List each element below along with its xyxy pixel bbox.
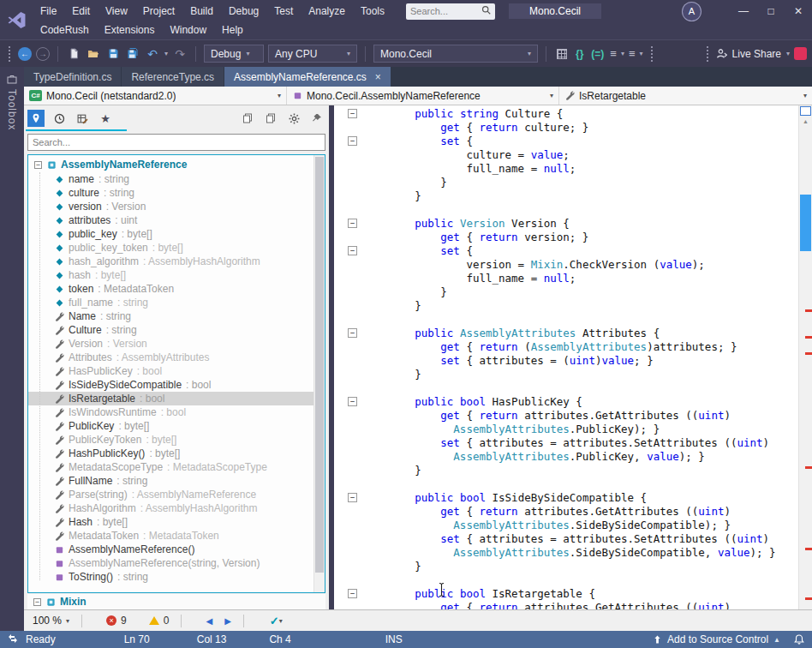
code-line[interactable]: set { attributes = attributes.SetAttribu…: [334, 532, 798, 546]
fold-collapse-icon[interactable]: −: [348, 397, 357, 406]
code-line[interactable]: set { attributes = attributes.SetAttribu…: [334, 436, 798, 450]
project-dropdown[interactable]: C# Mono.Cecil (netstandard2.0) ▾: [24, 87, 287, 105]
code-health-check-icon[interactable]: ✓: [270, 615, 279, 627]
search-input[interactable]: [410, 6, 481, 16]
member-IsSideBySideCompatible[interactable]: IsSideBySideCompatible : bool: [28, 378, 313, 392]
member-public_key[interactable]: public_key : byte[]: [28, 227, 313, 241]
minimize-button[interactable]: —: [730, 2, 757, 21]
fold-collapse-icon[interactable]: −: [348, 136, 357, 146]
panel-scrollbar-thumb[interactable]: [315, 157, 324, 573]
scrollbar-thumb[interactable]: [800, 195, 811, 251]
code-line[interactable]: }: [334, 189, 798, 203]
menu-extensions[interactable]: Extensions: [97, 24, 163, 36]
menu-view[interactable]: View: [98, 5, 135, 17]
copy-alt-button[interactable]: [262, 110, 279, 127]
menu-help[interactable]: Help: [214, 24, 251, 36]
member-search-input[interactable]: [33, 137, 320, 147]
code-line[interactable]: −public AssemblyAttributes Attributes {: [334, 327, 798, 340]
next-issue-button[interactable]: ▶: [224, 616, 231, 626]
chevron-down-icon[interactable]: ▾: [164, 50, 168, 57]
redo-icon[interactable]: ↷: [172, 46, 188, 62]
navigate-back-icon[interactable]: ←: [18, 47, 32, 61]
member-Name[interactable]: Name : string: [28, 309, 313, 323]
member-token[interactable]: token : MetadataToken: [28, 282, 313, 296]
code-line[interactable]: [334, 381, 798, 395]
member-name[interactable]: name : string: [28, 172, 313, 186]
code-line[interactable]: }: [334, 464, 798, 477]
scroll-up-icon[interactable]: ▲: [799, 117, 812, 127]
member-MetadataScopeType[interactable]: MetadataScopeType : MetadataScopeType: [28, 460, 313, 474]
code-line[interactable]: −public bool HasPublicKey {: [334, 395, 798, 409]
code-line[interactable]: [334, 477, 798, 491]
avatar[interactable]: A: [683, 3, 701, 21]
code-line[interactable]: get { return attributes.GetAttributes ((…: [334, 409, 798, 423]
collapse-icon[interactable]: −: [33, 598, 41, 606]
code-line[interactable]: −public bool IsSideBySideCompatible {: [334, 491, 798, 505]
member-version[interactable]: version : Version: [28, 200, 313, 213]
code-line[interactable]: −public Version Version {: [334, 217, 798, 231]
member-attributes[interactable]: attributes : uint: [28, 213, 313, 227]
scrollbar-split-box[interactable]: [800, 106, 811, 116]
menu-window[interactable]: Window: [162, 24, 214, 36]
toolbox-tab[interactable]: Toolbox: [0, 67, 24, 631]
menu-edit[interactable]: Edit: [64, 5, 98, 17]
tab-ReferenceType.cs[interactable]: ReferenceType.cs: [122, 67, 224, 87]
chevron-down-icon[interactable]: ▾: [279, 617, 283, 625]
chevron-down-icon[interactable]: ▾: [621, 50, 624, 57]
code-line[interactable]: [334, 313, 798, 327]
code-line[interactable]: AssemblyAttributes.PublicKey, value); }: [334, 450, 798, 464]
member-PublicKeyToken[interactable]: PublicKeyToken : byte[]: [28, 433, 313, 447]
menu-analyze[interactable]: Analyze: [301, 5, 353, 17]
menu-file[interactable]: File: [33, 5, 64, 17]
fold-collapse-icon[interactable]: −: [348, 219, 357, 228]
notifications-bell-icon[interactable]: [794, 634, 804, 645]
devexpress-icon[interactable]: [794, 47, 807, 60]
save-all-icon[interactable]: [125, 46, 140, 62]
code-line[interactable]: −set {: [334, 135, 798, 148]
code-line[interactable]: get { return (AssemblyAttributes)attribu…: [334, 340, 798, 354]
previous-issue-button[interactable]: ◀: [206, 616, 212, 626]
code-line[interactable]: get { return culture; }: [334, 121, 798, 135]
member-hash[interactable]: hash : byte[]: [28, 268, 313, 282]
tab-close-icon[interactable]: ×: [375, 71, 381, 83]
fold-collapse-icon[interactable]: −: [348, 589, 357, 598]
close-button[interactable]: ✕: [785, 2, 812, 21]
code-line[interactable]: }: [334, 176, 798, 189]
navigate-forward-icon[interactable]: →: [36, 47, 50, 61]
code-line[interactable]: culture = value;: [334, 148, 798, 162]
code-line[interactable]: −public bool IsRetargetable {: [334, 587, 798, 601]
fold-collapse-icon[interactable]: −: [348, 246, 357, 255]
collapse-icon[interactable]: −: [34, 161, 42, 169]
undo-icon[interactable]: ↶: [145, 46, 160, 62]
grid-options-icon[interactable]: [554, 46, 570, 62]
background-tasks-icon[interactable]: [8, 633, 18, 646]
copy-button[interactable]: [239, 110, 256, 127]
code-line[interactable]: AssemblyAttributes.PublicKey); }: [334, 423, 798, 436]
member-FullName[interactable]: FullName : string: [28, 474, 313, 488]
fold-collapse-icon[interactable]: −: [348, 109, 357, 118]
history-clock-button[interactable]: [51, 110, 68, 127]
search-icon[interactable]: [481, 5, 491, 17]
menu-tools[interactable]: Tools: [353, 5, 392, 17]
class-node[interactable]: − AssemblyNameReference: [28, 157, 313, 172]
member-hash_algorithm[interactable]: hash_algorithm : AssemblyHashAlgorithm: [28, 255, 313, 268]
title-search-box[interactable]: [406, 3, 495, 20]
member-HashPublicKey()[interactable]: HashPublicKey() : byte[]: [28, 447, 313, 460]
member-dropdown[interactable]: IsRetargetable ▾: [559, 87, 812, 105]
code-editor[interactable]: −public string Culture {get { return cul…: [334, 105, 812, 609]
member-HashAlgorithm[interactable]: HashAlgorithm : AssemblyHashAlgorithm: [28, 501, 313, 515]
fold-collapse-icon[interactable]: −: [348, 328, 357, 338]
status-line[interactable]: Ln 70: [124, 633, 150, 645]
status-character[interactable]: Ch 4: [269, 633, 290, 645]
code-line[interactable]: }: [334, 560, 798, 573]
code-line[interactable]: full_name = null;: [334, 162, 798, 176]
code-line[interactable]: version = Mixin.CheckVersion (value);: [334, 258, 798, 272]
new-file-icon[interactable]: [66, 46, 81, 62]
zoom-dropdown[interactable]: 100 % ▾: [33, 615, 69, 627]
startup-project-dropdown[interactable]: Mono.Cecil▾: [373, 45, 538, 63]
member-IsRetargetable[interactable]: IsRetargetable : bool: [28, 392, 313, 405]
code-line[interactable]: −set {: [334, 244, 798, 258]
favorites-star-icon[interactable]: ★: [97, 110, 114, 127]
menu-project[interactable]: Project: [135, 5, 182, 17]
member-public_key_token[interactable]: public_key_token : byte[]: [28, 241, 313, 255]
